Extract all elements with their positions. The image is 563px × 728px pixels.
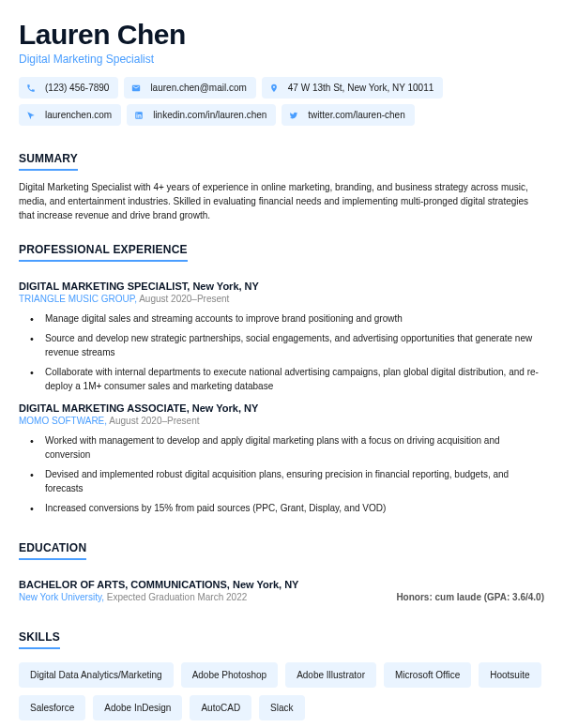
contact-chip: (123) 456-7890 bbox=[19, 77, 118, 99]
summary-text: Digital Marketing Specialist with 4+ yea… bbox=[19, 180, 544, 222]
company: TRIANGLE MUSIC GROUP, bbox=[19, 294, 137, 304]
company: MOMO SOFTWARE, bbox=[19, 416, 107, 426]
skill-chip: Adobe Photoshop bbox=[181, 662, 279, 688]
applicant-title: Digital Marketing Specialist bbox=[19, 53, 544, 66]
skill-chip: Salesforce bbox=[19, 695, 85, 720]
contact-chip: twitter.com/lauren-chen bbox=[282, 104, 414, 126]
skills-list: Digital Data Analytics/MarketingAdobe Ph… bbox=[19, 662, 544, 720]
contact-row-2: laurenchen.comlinkedin.com/in/lauren.che… bbox=[19, 104, 544, 126]
bullet: Worked with management to develop and ap… bbox=[36, 433, 544, 462]
education-heading: EDUCATION bbox=[19, 541, 86, 560]
skill-chip: Adobe InDesign bbox=[93, 695, 182, 720]
skills-heading: SKILLS bbox=[19, 630, 60, 649]
contact-chip: linkedin.com/in/lauren.chen bbox=[127, 104, 276, 126]
job-bullets: Worked with management to develop and ap… bbox=[19, 433, 544, 515]
phone-icon bbox=[26, 83, 36, 93]
contact-text: lauren.chen@mail.com bbox=[150, 83, 246, 93]
contact-text: twitter.com/lauren-chen bbox=[308, 110, 404, 120]
school: New York University, bbox=[19, 592, 104, 602]
bullet: Manage digital sales and streaming accou… bbox=[36, 311, 544, 326]
bullet: Increased conversions by 15% from paid s… bbox=[36, 501, 544, 515]
contact-text: linkedin.com/in/lauren.chen bbox=[153, 110, 266, 120]
skill-chip: Microsoft Office bbox=[384, 662, 471, 688]
contact-chip: 47 W 13th St, New York, NY 10011 bbox=[262, 77, 443, 99]
skill-chip: AutoCAD bbox=[190, 695, 251, 720]
honors: Honors: cum laude (GPA: 3.6/4.0) bbox=[396, 592, 544, 602]
twitter-icon bbox=[289, 111, 298, 120]
contact-chip: lauren.chen@mail.com bbox=[124, 77, 255, 99]
skill-chip: Slack bbox=[259, 695, 304, 720]
job-dates: August 2020–Present bbox=[139, 294, 229, 304]
website-icon bbox=[26, 111, 36, 120]
education-location: New York, NY bbox=[233, 579, 299, 590]
email-icon bbox=[131, 83, 141, 93]
contact-row-1: (123) 456-7890lauren.chen@mail.com47 W 1… bbox=[19, 77, 544, 99]
job-bullets: Manage digital sales and streaming accou… bbox=[19, 311, 544, 393]
location-icon bbox=[269, 83, 279, 93]
contact-chip: laurenchen.com bbox=[19, 104, 121, 126]
bullet: Devised and implemented robust digital a… bbox=[36, 467, 544, 495]
contact-text: 47 W 13th St, New York, NY 10011 bbox=[288, 83, 434, 93]
job-title: DIGITAL MARKETING SPECIALIST, bbox=[19, 281, 190, 292]
bullet: Source and develop new strategic partner… bbox=[36, 331, 544, 359]
bullet: Collaborate with internal departments to… bbox=[36, 365, 544, 393]
job-meta: TRIANGLE MUSIC GROUP, August 2020–Presen… bbox=[19, 294, 544, 304]
experience-heading: PROFESSIONAL EXPERIENCE bbox=[19, 243, 188, 262]
summary-heading: SUMMARY bbox=[19, 152, 78, 171]
job-location: New York, NY bbox=[192, 402, 259, 414]
applicant-name: Lauren Chen bbox=[19, 19, 544, 51]
education-meta: New York University, Expected Graduation… bbox=[19, 592, 247, 602]
job-header: DIGITAL MARKETING ASSOCIATE, New York, N… bbox=[19, 402, 544, 414]
skill-chip: Hootsuite bbox=[479, 662, 540, 688]
linkedin-icon bbox=[134, 111, 144, 120]
job-title: DIGITAL MARKETING ASSOCIATE, bbox=[19, 402, 190, 414]
contact-text: laurenchen.com bbox=[45, 110, 112, 120]
education-dates: Expected Graduation March 2022 bbox=[107, 592, 248, 602]
skill-chip: Adobe Illustrator bbox=[285, 662, 376, 688]
job-meta: MOMO SOFTWARE, August 2020–Present bbox=[19, 416, 544, 426]
degree: BACHELOR OF ARTS, COMMUNICATIONS, bbox=[19, 579, 230, 590]
skill-chip: Digital Data Analytics/Marketing bbox=[19, 662, 174, 688]
education-degree-line: BACHELOR OF ARTS, COMMUNICATIONS, New Yo… bbox=[19, 579, 544, 590]
contact-text: (123) 456-7890 bbox=[45, 83, 109, 93]
job-location: New York, NY bbox=[192, 281, 259, 292]
job-dates: August 2020–Present bbox=[109, 416, 199, 426]
job-header: DIGITAL MARKETING SPECIALIST, New York, … bbox=[19, 281, 544, 292]
